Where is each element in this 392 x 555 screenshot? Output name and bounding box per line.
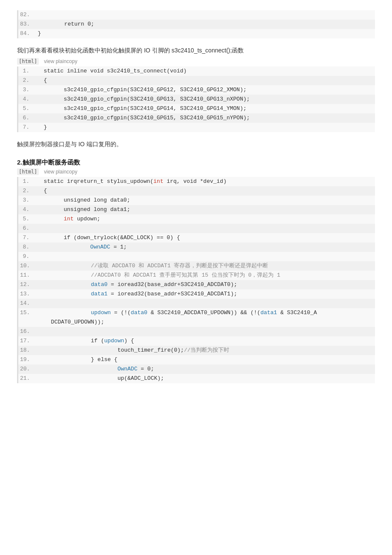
code-line: 20. OwnADC = 0; xyxy=(18,364,375,374)
code-block-1: 82. 83. return 0; 84. } xyxy=(17,10,375,38)
code-line: 13. data1 = ioread32(base_addr+S3C2410_A… xyxy=(18,289,375,299)
prose-text-1: 我们再来看看模块初始化函数中初始化触摸屏的 IO 引脚的 s3c2410_ts_… xyxy=(17,47,375,55)
code-block-2: 1. static inline void s3c2410_ts_connect… xyxy=(17,66,375,132)
code-line: 7. } xyxy=(18,123,375,132)
code-line: 2. { xyxy=(18,186,375,196)
code-line: 3. s3c2410_gpio_cfgpin(S3C2410_GPG12, S3… xyxy=(18,85,375,95)
code-block-3: 1. static irqreturn_t stylus_updown(int … xyxy=(17,177,375,383)
view-link-1[interactable]: view plaincopy xyxy=(44,58,77,64)
code-line: 17. if (updown) { xyxy=(18,336,375,346)
view-link-2[interactable]: view plaincopy xyxy=(44,169,77,175)
code-line: 10. //读取 ADCDAT0 和 ADCDAT1 寄存器，判断是按下中断还是… xyxy=(18,261,375,271)
code-line: 21. up(&ADC_LOCK); xyxy=(18,374,375,383)
code-line: 14. xyxy=(18,299,375,308)
code-line: 4. unsigned long data1; xyxy=(18,205,375,214)
code-line: 83. return 0; xyxy=(18,20,375,29)
code-line: 16. xyxy=(18,327,375,336)
page-content: 82. 83. return 0; 84. } 我们再来看看模块初始化函数中初始… xyxy=(17,10,375,383)
code-line: 82. xyxy=(18,10,375,20)
code-line: 9. xyxy=(18,252,375,261)
prose-text-2: 触摸屏控制器接口是与 IO 端口复用的。 xyxy=(17,141,375,148)
code-line: 3. unsigned long data0; xyxy=(18,196,375,205)
code-line: 11. //ADCDAT0 和 ADCDAT1 查手册可知其第 15 位当按下时… xyxy=(18,271,375,280)
code-line: 6. xyxy=(18,224,375,233)
code-line: 84. } xyxy=(18,29,375,38)
code-line: 12. data0 = ioread32(base_addr+S3C2410_A… xyxy=(18,280,375,289)
code-line: 1. static irqreturn_t stylus_updown(int … xyxy=(18,177,375,186)
html-tag-2: [html] xyxy=(17,168,39,175)
code-line: 2. { xyxy=(18,76,375,85)
code-line: 15. updown = (!(data0 & S3C2410_ADCDAT0_… xyxy=(18,308,375,327)
code-line: 1. static inline void s3c2410_ts_connect… xyxy=(18,66,375,76)
toolbar-1: [html] view plaincopy xyxy=(17,58,375,65)
code-line: 18. touch_timer_fire(0);//当判断为按下时 xyxy=(18,346,375,355)
toolbar-2: [html] view plaincopy xyxy=(17,168,375,175)
code-line: 5. s3c2410_gpio_cfgpin(S3C2410_GPG14, S3… xyxy=(18,104,375,113)
code-line: 4. s3c2410_gpio_cfgpin(S3C2410_GPG13, S3… xyxy=(18,95,375,104)
code-line: 8. OwnADC = 1; xyxy=(18,243,375,252)
code-line: 5. int updown; xyxy=(18,214,375,224)
code-line: 7. if (down_trylock(&ADC_LOCK) == 0) { xyxy=(18,233,375,243)
section-heading-1: 2.触摸屏中断服务函数 xyxy=(17,159,375,167)
code-line: 19. } else { xyxy=(18,355,375,364)
code-line: 6. s3c2410_gpio_cfgpin(S3C2410_GPG15, S3… xyxy=(18,113,375,123)
html-tag-1: [html] xyxy=(17,58,39,65)
